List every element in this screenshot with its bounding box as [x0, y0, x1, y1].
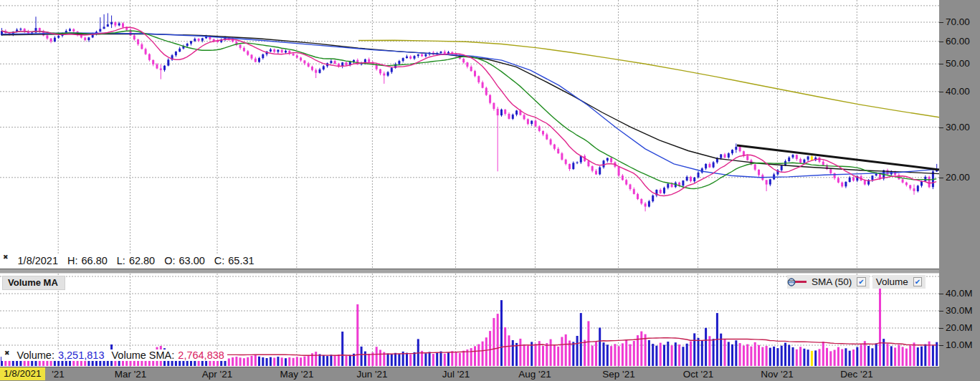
price-axis-label: 20.00: [946, 172, 970, 183]
price-axis[interactable]: 70.0060.0050.0040.0030.0020.0040.0M30.0M…: [939, 0, 980, 381]
price-axis-label: 40.00: [946, 86, 970, 97]
close-value: 65.31: [228, 255, 254, 266]
volume-visible-checkbox[interactable]: ✔: [913, 277, 922, 286]
volume-sma-value: 2,764,838: [178, 349, 224, 361]
open-value: 63.00: [179, 255, 205, 266]
sma10-line: [1, 27, 936, 196]
low-value: 62.80: [129, 255, 155, 266]
candles-layer[interactable]: [1, 13, 938, 211]
volume-axis-label: 30.0M: [946, 305, 973, 316]
sma50-line: [1, 33, 939, 178]
indicator-globe-icon[interactable]: [787, 278, 796, 286]
high-value: 66.80: [82, 255, 108, 266]
low-label: L:: [117, 255, 125, 266]
volume-axis-tick: [939, 311, 943, 312]
price-axis-tick: [939, 64, 943, 64]
price-axis-tick: [939, 42, 943, 42]
sma-legend-label: SMA (50): [812, 276, 852, 287]
volume-axis-label: 10.0M: [946, 339, 973, 350]
volume-label: Volume:: [17, 349, 54, 361]
date-axis-label: Sep '21: [589, 368, 649, 380]
remove-volume-indicator-icon[interactable]: ✖: [4, 349, 10, 357]
date-axis-label: Jun '21: [342, 368, 402, 380]
date-axis-label: Mar '21: [100, 368, 161, 380]
price-axis-tick: [939, 92, 943, 92]
open-label: O:: [164, 255, 175, 266]
date-axis-label: Apr '21: [187, 368, 247, 380]
chart-application: ✖ 1/8/2021 H:66.80 L:62.80 O:63.00 C:65.…: [0, 0, 980, 381]
volume-ma-tab[interactable]: Volume MA: [2, 276, 65, 290]
date-axis[interactable]: 1/8/2021 '21Mar '21Apr '21May '21Jun '21…: [0, 367, 939, 381]
remove-price-indicator-icon[interactable]: ✖: [3, 254, 9, 261]
volume-axis-tick: [939, 328, 943, 329]
date-axis-label: Aug '21: [505, 368, 565, 380]
ohlc-readout: ✖ 1/8/2021 H:66.80 L:62.80 O:63.00 C:65.…: [3, 254, 259, 268]
date-axis-label: May '21: [267, 368, 327, 380]
sma-legend-item[interactable]: SMA (50) ✔: [787, 275, 870, 289]
price-axis-label: 70.00: [946, 16, 970, 27]
date-axis-label: Dec '21: [827, 368, 887, 380]
volume-value: 3,251,813: [58, 349, 105, 361]
sma-visible-checkbox[interactable]: ✔: [857, 277, 865, 286]
volume-readout: ✖ Volume:3,251,813 Volume SMA:2,764,838: [1, 349, 227, 361]
date-axis-label: '21: [28, 368, 88, 380]
close-label: C:: [214, 255, 225, 266]
volume-axis-label: 40.0M: [946, 288, 973, 299]
date-axis-label: Oct '21: [668, 368, 728, 380]
panel-splitter[interactable]: [0, 269, 980, 274]
high-label: H:: [67, 255, 78, 266]
price-axis-label: 60.00: [946, 36, 970, 47]
date-axis-label: Jul '21: [426, 368, 486, 380]
volume-legend-item[interactable]: Volume ✔: [872, 275, 926, 289]
price-axis-label: 50.00: [946, 58, 970, 69]
date-axis-label: Nov '21: [747, 368, 807, 380]
volume-legend: SMA (50) ✔ Volume ✔: [787, 275, 926, 289]
price-axis-tick: [939, 178, 943, 178]
price-axis-tick: [939, 22, 943, 23]
volume-sma-label: Volume SMA:: [111, 349, 174, 361]
volume-axis-tick: [939, 345, 943, 346]
sma20-line: [1, 31, 936, 189]
price-axis-label: 30.00: [946, 122, 970, 132]
price-chart-svg[interactable]: [0, 0, 939, 269]
volume-legend-label: Volume: [876, 276, 908, 287]
price-axis-tick: [939, 127, 943, 128]
readout-date: 1/8/2021: [18, 255, 58, 266]
volume-axis-label: 20.0M: [946, 322, 973, 333]
volume-axis-tick: [939, 294, 943, 294]
